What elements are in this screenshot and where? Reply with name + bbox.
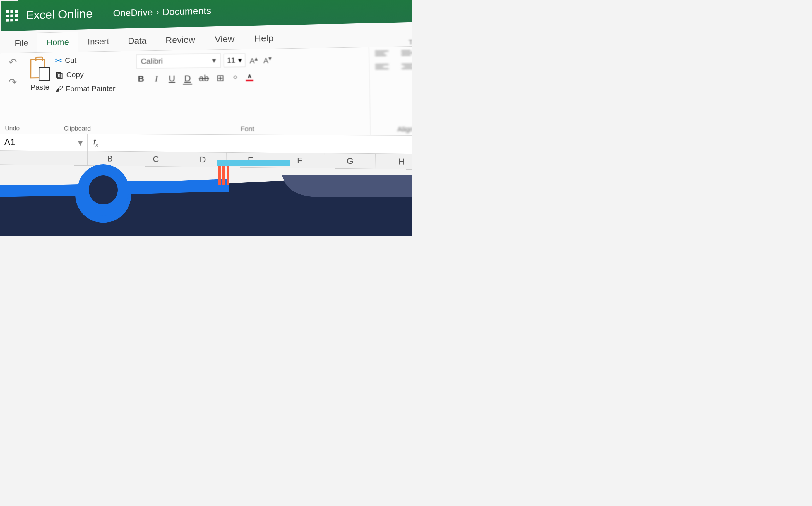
column-headers: B C D E F G H <box>0 151 412 171</box>
column-header-g[interactable]: G <box>325 153 376 169</box>
grow-font-button[interactable]: A▴ <box>248 54 259 66</box>
chevron-down-icon: ▾ <box>78 137 83 148</box>
cut-label: Cut <box>65 56 76 65</box>
clipboard-group-label: Clipboard <box>30 122 126 132</box>
bold-button[interactable]: B <box>137 74 145 83</box>
font-size-value: 11 <box>227 56 236 65</box>
redo-button[interactable]: ↷ <box>8 76 17 88</box>
copy-icon <box>55 71 64 79</box>
paste-button[interactable]: Paste <box>30 56 50 122</box>
tab-data[interactable]: Data <box>118 30 156 51</box>
font-size-select[interactable]: 11 ▾ <box>224 53 245 67</box>
app-launcher-icon[interactable] <box>6 10 18 22</box>
column-header-f[interactable]: F <box>275 153 325 168</box>
copy-label: Copy <box>66 70 84 79</box>
undo-group-label: Undo <box>5 122 20 132</box>
font-name-select[interactable]: Calibri ▾ <box>137 53 221 69</box>
font-name-value: Calibri <box>141 57 163 66</box>
app-title: Excel Online <box>26 7 93 22</box>
format-painter-label: Format Painter <box>66 84 115 93</box>
column-header-c[interactable]: C <box>133 152 179 167</box>
alignment-group: Alignment <box>369 46 412 135</box>
fill-color-button[interactable]: ◇ <box>232 74 239 82</box>
undo-button[interactable]: ↶ <box>8 56 17 68</box>
column-header-b[interactable]: B <box>88 152 133 166</box>
tell-me-search[interactable]: Tell me what you want to <box>408 36 412 46</box>
breadcrumb-current[interactable]: Documents <box>162 5 211 17</box>
tab-view[interactable]: View <box>205 28 244 50</box>
copy-button[interactable]: Copy <box>55 70 115 80</box>
breadcrumb[interactable]: OneDrive › Documents <box>113 5 211 18</box>
bucket-icon: ◇ <box>234 74 237 80</box>
font-color-button[interactable]: A <box>246 74 253 81</box>
italic-button[interactable]: I <box>152 74 161 83</box>
name-box[interactable]: A1 ▾ <box>0 134 88 151</box>
borders-button[interactable]: ⊞ <box>216 73 225 83</box>
cell-reference: A1 <box>4 137 15 147</box>
clipboard-group: Paste ✂ Cut Copy 🖌 <box>25 51 131 134</box>
font-color-swatch <box>246 80 253 81</box>
align-middle-button[interactable] <box>401 50 412 60</box>
font-color-a-icon: A <box>248 74 251 79</box>
align-top-button[interactable] <box>375 51 388 60</box>
tab-home[interactable]: Home <box>37 32 78 53</box>
breadcrumb-root[interactable]: OneDrive <box>113 7 153 18</box>
font-group: Calibri ▾ 11 ▾ A▴ A▾ B I U D ab ⊞ ◇ <box>131 48 371 135</box>
chevron-right-icon: › <box>156 8 159 16</box>
tab-review[interactable]: Review <box>156 29 205 51</box>
format-painter-button[interactable]: 🖌 Format Painter <box>55 84 115 94</box>
scissors-icon: ✂ <box>55 56 62 66</box>
undo-group: ↶ ↷ Undo <box>0 53 25 134</box>
fx-icon[interactable]: fx <box>88 138 104 148</box>
paste-icon <box>30 56 50 81</box>
formula-input[interactable] <box>104 143 412 145</box>
double-underline-button[interactable]: D <box>183 73 192 83</box>
column-header-h[interactable]: H <box>376 154 412 169</box>
column-header-d[interactable]: D <box>179 152 227 167</box>
column-header-e[interactable]: E <box>227 153 275 168</box>
alignment-group-label: Alignment <box>377 123 412 134</box>
paste-label: Paste <box>31 83 50 92</box>
align-left-button[interactable] <box>375 64 389 73</box>
underline-button[interactable]: U <box>167 73 176 83</box>
brush-icon: 🖌 <box>55 84 63 94</box>
align-center-button[interactable] <box>402 64 412 73</box>
fill-color-swatch <box>232 80 239 82</box>
strikethrough-button[interactable]: ab <box>199 73 209 83</box>
chevron-down-icon: ▾ <box>238 56 242 65</box>
select-all-corner[interactable] <box>0 151 88 165</box>
header-divider <box>107 6 107 20</box>
tab-insert[interactable]: Insert <box>78 31 118 52</box>
tab-file[interactable]: File <box>6 33 37 53</box>
cut-button[interactable]: ✂ Cut <box>55 55 115 66</box>
shrink-font-button[interactable]: A▾ <box>262 54 273 66</box>
font-group-label: Font <box>137 123 364 133</box>
tab-help[interactable]: Help <box>244 28 284 49</box>
ribbon: ↶ ↷ Undo Paste ✂ Cut <box>0 45 412 136</box>
chevron-down-icon: ▾ <box>212 56 216 65</box>
